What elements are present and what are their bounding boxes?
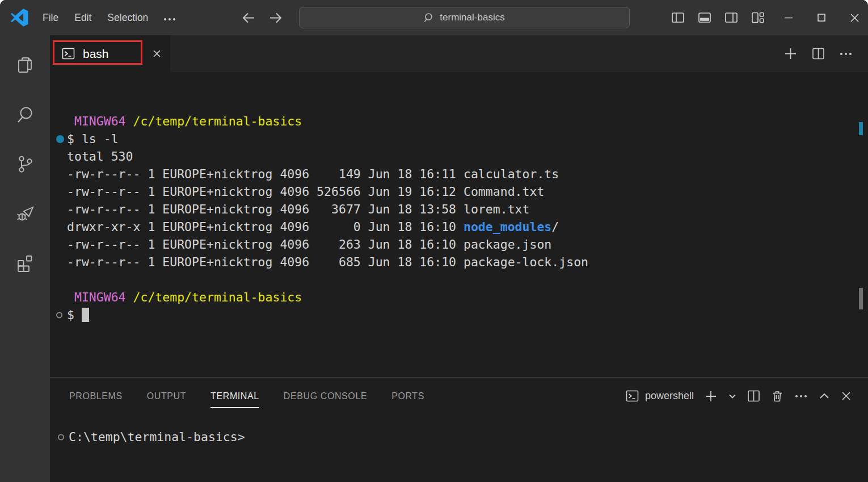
menu-edit[interactable]: Edit	[74, 12, 91, 24]
terminal-line: -rw-r--r-- 1 EUROPE+nicktrog 4096 263 Ju…	[67, 236, 868, 253]
activitybar-extensions[interactable]	[0, 238, 50, 287]
explorer-files-icon	[15, 55, 35, 76]
toggle-panel-icon[interactable]	[697, 10, 712, 25]
terminal-segment: -rw-r--r-- 1 EUROPE+nicktrog 4096 526566…	[67, 185, 544, 199]
close-panel-button[interactable]	[840, 390, 852, 402]
terminal-line: $ ls -l	[67, 130, 868, 148]
terminal-icon	[61, 47, 75, 61]
panel-tab-terminal[interactable]: TERMINAL	[210, 391, 259, 401]
terminal-segment: -rw-r--r-- 1 EUROPE+nicktrog 4096 263 Ju…	[67, 237, 551, 252]
terminal-segment: $	[67, 308, 82, 322]
panel-terminal[interactable]: C:\temp\terminal-basics>	[50, 414, 868, 446]
panel-tab-problems[interactable]: PROBLEMS	[69, 391, 123, 401]
terminal-segment: $ ls -l	[67, 132, 119, 146]
activitybar-source-control[interactable]	[0, 139, 50, 188]
search-icon	[424, 12, 435, 23]
maximize-panel-chevron-up-icon[interactable]	[818, 390, 831, 403]
window-controls	[783, 0, 860, 35]
terminal-text: -rw-r--r-- 1 EUROPE+nicktrog 4096 526566…	[67, 185, 544, 199]
command-success-decoration-icon[interactable]	[56, 135, 64, 143]
menubar: File Edit Selection	[43, 0, 175, 35]
terminal-line: $	[67, 306, 868, 324]
terminal-text: -rw-r--r-- 1 EUROPE+nicktrog 4096 149 Ju…	[67, 167, 559, 181]
editor-tabstrip: bash	[50, 35, 868, 72]
terminal-segment: -rw-r--r-- 1 EUROPE+nicktrog 4096 149 Ju…	[67, 167, 559, 181]
source-control-branch-icon	[15, 154, 35, 174]
terminal-line	[67, 95, 868, 112]
command-pending-decoration-icon[interactable]	[58, 434, 64, 440]
new-terminal-button[interactable]	[703, 389, 718, 404]
terminal-output: MINGW64 /c/temp/terminal-basics$ ls -lto…	[50, 72, 868, 324]
panel-toolbar: powershell	[625, 378, 852, 414]
tab-label: bash	[83, 47, 109, 61]
close-window-button[interactable]	[849, 12, 860, 23]
menu-selection[interactable]: Selection	[107, 12, 148, 24]
terminal-icon	[625, 389, 639, 403]
activitybar-search[interactable]	[0, 90, 50, 139]
terminal-line: C:\temp\terminal-basics>	[69, 428, 868, 446]
more-actions-icon[interactable]	[794, 389, 808, 404]
customize-layout-icon[interactable]	[751, 10, 765, 25]
forward-button[interactable]	[268, 10, 283, 26]
terminal-line: MINGW64 /c/temp/terminal-basics	[67, 112, 868, 130]
activitybar-run-debug[interactable]	[0, 188, 50, 238]
back-button[interactable]	[241, 10, 256, 26]
panel-tab-debug-console[interactable]: DEBUG CONSOLE	[284, 391, 367, 401]
active-shell-label[interactable]: powershell	[645, 390, 694, 402]
panel-tab-ports[interactable]: PORTS	[391, 391, 424, 401]
new-terminal-button[interactable]	[783, 46, 798, 61]
panel-tab-output[interactable]: OUTPUT	[147, 391, 186, 401]
maximize-button[interactable]	[816, 12, 827, 23]
terminal-segment: node_modules	[464, 220, 551, 234]
history-navigation	[241, 0, 283, 35]
kill-terminal-trash-icon[interactable]	[770, 389, 784, 403]
panel-header: PROBLEMS OUTPUT TERMINAL DEBUG CONSOLE P…	[50, 378, 868, 414]
terminal-segment: drwxr-xr-x 1 EUROPE+nicktrog 4096 0 Jun …	[67, 220, 464, 234]
panel-tabs: PROBLEMS OUTPUT TERMINAL DEBUG CONSOLE P…	[50, 378, 424, 414]
more-actions-icon[interactable]	[838, 47, 853, 61]
toggle-secondary-sidebar-icon[interactable]	[724, 10, 739, 25]
terminal-segment: C:\temp\terminal-basics>	[69, 430, 245, 444]
split-editor-button[interactable]	[811, 47, 825, 61]
terminal-line: -rw-r--r-- 1 EUROPE+nicktrog 4096 149 Ju…	[67, 165, 868, 183]
close-tab-button[interactable]	[151, 48, 162, 59]
terminal-segment: MINGW64	[67, 290, 126, 304]
command-pending-decoration-icon[interactable]	[56, 312, 62, 318]
vscode-logo-icon	[10, 8, 29, 27]
overview-ruler-command-mark	[859, 122, 863, 135]
layout-controls	[671, 0, 765, 35]
search-value: terminal-basics	[440, 12, 504, 23]
terminal-line	[67, 271, 868, 288]
terminal-text: MINGW64 /c/temp/terminal-basics	[67, 114, 302, 128]
terminal-line: MINGW64 /c/temp/terminal-basics	[67, 288, 868, 306]
terminal-segment: MINGW64	[67, 114, 126, 128]
terminal-line: drwxr-xr-x 1 EUROPE+nicktrog 4096 0 Jun …	[67, 218, 868, 236]
titlebar: File Edit Selection terminal-basics	[0, 0, 868, 35]
terminal-text: -rw-r--r-- 1 EUROPE+nicktrog 4096 3677 J…	[67, 202, 529, 216]
terminal-segment: /	[551, 220, 559, 234]
command-center-search[interactable]: terminal-basics	[299, 7, 630, 28]
tab-bash[interactable]: bash	[50, 35, 170, 72]
activitybar-explorer[interactable]	[0, 40, 50, 90]
search-icon	[15, 104, 35, 125]
terminal-text: C:\temp\terminal-basics>	[69, 430, 245, 444]
overview-ruler-cursor-mark	[859, 288, 863, 309]
split-terminal-button[interactable]	[747, 389, 761, 403]
terminal-line: -rw-r--r-- 1 EUROPE+nicktrog 4096 3677 J…	[67, 200, 868, 218]
toggle-primary-sidebar-icon[interactable]	[671, 10, 685, 25]
menu-more-icon[interactable]	[164, 15, 175, 20]
main-area: bash	[0, 35, 868, 482]
run-and-debug-icon	[14, 203, 36, 224]
terminal-segment: /c/temp/terminal-basics	[126, 290, 302, 304]
launch-profile-chevron-icon[interactable]	[728, 392, 737, 401]
terminal-line: total 530	[67, 148, 868, 165]
minimize-button[interactable]	[783, 12, 794, 23]
terminal-line: -rw-r--r-- 1 EUROPE+nicktrog 4096 685 Ju…	[67, 253, 868, 271]
editor-terminal[interactable]: MINGW64 /c/temp/terminal-basics$ ls -lto…	[50, 72, 868, 377]
terminal-segment: -rw-r--r-- 1 EUROPE+nicktrog 4096 685 Ju…	[67, 255, 588, 269]
terminal-text: $ ls -l	[67, 132, 119, 146]
vscode-window: File Edit Selection terminal-basics	[0, 0, 868, 482]
menu-file[interactable]: File	[43, 12, 58, 24]
bottom-panel: PROBLEMS OUTPUT TERMINAL DEBUG CONSOLE P…	[50, 377, 868, 482]
terminal-text: $	[67, 308, 89, 322]
